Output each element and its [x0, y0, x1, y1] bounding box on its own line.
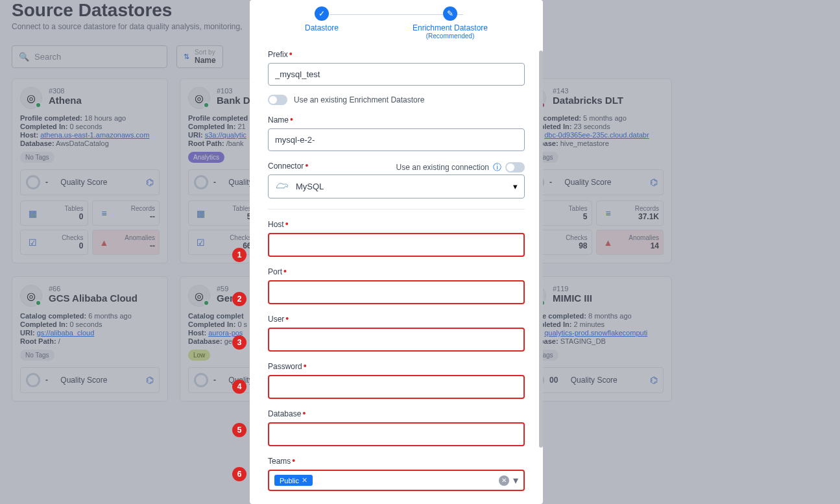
host-label: Host•	[268, 219, 525, 229]
host-input[interactable]	[268, 233, 525, 257]
annotation-5: 5	[232, 423, 246, 437]
step-label: Datastore	[305, 23, 339, 32]
annotation-4: 4	[232, 379, 246, 394]
connector-value: MySQL	[296, 182, 324, 191]
user-input[interactable]	[268, 328, 525, 352]
mysql-icon	[275, 180, 289, 193]
step-datastore[interactable]: ✓ Datastore	[305, 6, 339, 32]
prefix-label: Prefix•	[268, 49, 525, 59]
existing-connection-label: Use an existing connection	[396, 163, 489, 172]
name-input[interactable]	[268, 128, 525, 151]
name-label: Name•	[268, 114, 525, 125]
teams-select[interactable]: Public✕ ✕ ▾	[268, 470, 525, 491]
annotation-2: 2	[232, 292, 246, 306]
toggle-label: Use an existing Enrichment Datastore	[294, 95, 424, 104]
annotation-3: 3	[232, 335, 246, 350]
modal-scrollbar[interactable]	[539, 51, 543, 448]
password-label: Password•	[268, 361, 525, 371]
database-input[interactable]	[268, 422, 525, 446]
database-label: Database•	[268, 408, 525, 418]
annotation-1: 1	[232, 248, 246, 262]
chevron-down-icon: ▾	[513, 182, 518, 191]
add-datastore-modal: ✓ Datastore ✎ Enrichment Datastore (Reco…	[250, 0, 543, 504]
chip-remove-icon[interactable]: ✕	[302, 476, 307, 485]
password-input[interactable]	[268, 375, 525, 399]
step-enrichment[interactable]: ✎ Enrichment Datastore (Recommended)	[413, 6, 488, 40]
step-label: Enrichment Datastore	[413, 23, 488, 32]
port-input[interactable]	[268, 280, 525, 304]
chevron-down-icon[interactable]: ▾	[513, 474, 518, 486]
clear-icon[interactable]: ✕	[499, 475, 509, 486]
connector-select[interactable]: MySQL ▾	[268, 174, 525, 198]
info-icon[interactable]: ⓘ	[493, 162, 501, 173]
check-icon: ✓	[315, 6, 329, 21]
annotation-6: 6	[232, 467, 246, 481]
existing-enrichment-toggle[interactable]	[268, 95, 287, 105]
team-chip-public[interactable]: Public✕	[274, 475, 313, 486]
step-sublabel: (Recommended)	[413, 32, 488, 40]
port-label: Port•	[268, 266, 525, 276]
prefix-input[interactable]	[268, 63, 525, 86]
existing-connection-toggle[interactable]	[505, 162, 525, 173]
edit-icon: ✎	[443, 6, 457, 21]
teams-label: Teams•	[268, 455, 525, 466]
user-label: User•	[268, 313, 525, 324]
connector-label: Connector•	[268, 160, 308, 171]
